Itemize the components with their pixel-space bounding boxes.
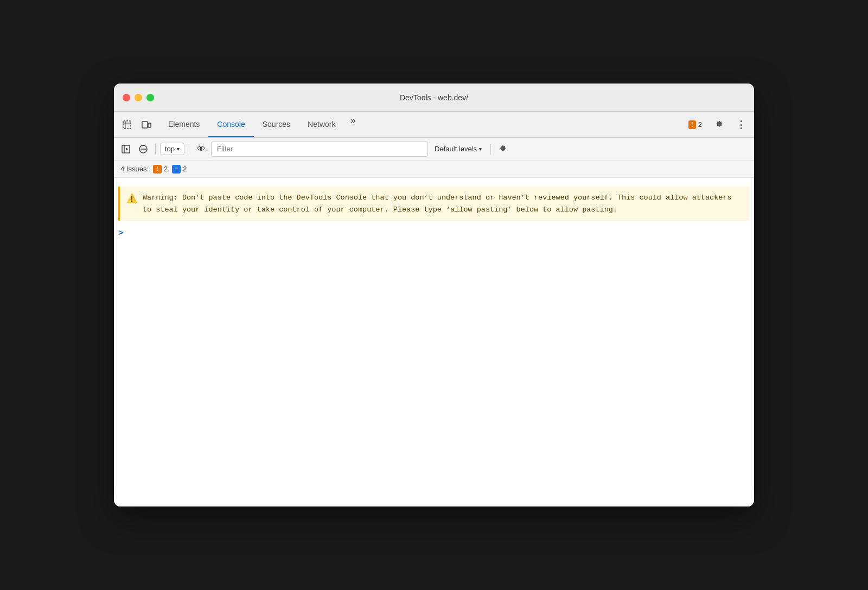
chevron-down-icon-2: ▾	[479, 146, 482, 152]
chevron-down-icon: ▾	[177, 146, 180, 152]
issues-badge-icon: !	[688, 120, 696, 129]
warning-message: ⚠️ Warning: Don’t paste code into the De…	[118, 187, 750, 221]
more-options-button[interactable]: ⋮	[732, 116, 750, 133]
default-levels-label: Default levels	[435, 145, 477, 153]
warn-icon: !	[153, 165, 162, 174]
default-levels-button[interactable]: Default levels ▾	[430, 143, 486, 155]
toolbar-divider-2	[189, 144, 189, 155]
warn-issue-count[interactable]: ! 2	[153, 165, 168, 174]
console-settings-button[interactable]	[495, 142, 510, 157]
close-button[interactable]	[123, 94, 130, 101]
console-toolbar: top ▾ 👁 Default levels ▾	[114, 138, 754, 161]
more-tabs-button[interactable]: »	[344, 112, 361, 129]
info-count: 2	[183, 165, 187, 173]
svg-rect-0	[123, 121, 131, 129]
eye-icon: 👁	[197, 144, 206, 154]
filter-input[interactable]	[211, 142, 428, 157]
tab-bar-right: ! 2 ⋮	[684, 112, 750, 137]
top-selector-label: top	[165, 145, 175, 153]
window-title: DevTools - web.dev/	[400, 93, 468, 102]
tab-bar-left-tools	[118, 112, 155, 137]
warning-triangle-icon: ⚠️	[126, 193, 137, 203]
expand-sidebar-icon	[121, 144, 131, 154]
tab-console[interactable]: Console	[208, 112, 253, 137]
tab-bar: Elements Console Sources Network » ! 2	[114, 112, 754, 138]
inspect-element-button[interactable]	[118, 116, 136, 133]
warn-count: 2	[164, 165, 168, 173]
live-expressions-button[interactable]: 👁	[194, 142, 209, 157]
svg-rect-2	[148, 123, 151, 127]
warning-text: Warning: Don’t paste code into the DevTo…	[143, 192, 743, 215]
devtools-window: DevTools - web.dev/ Elemen	[114, 84, 754, 506]
toolbar-divider-1	[155, 144, 156, 155]
maximize-button[interactable]	[146, 94, 154, 101]
toolbar-divider-3	[490, 144, 491, 155]
console-gear-icon	[498, 144, 508, 154]
issues-bar: 4 Issues: ! 2 ≡ 2	[114, 161, 754, 178]
tab-elements[interactable]: Elements	[159, 112, 208, 137]
traffic-lights	[123, 94, 154, 101]
console-input-row[interactable]: >	[114, 225, 754, 240]
issues-badge-count: 2	[698, 120, 702, 129]
device-toggle-button[interactable]	[138, 116, 155, 133]
clear-icon	[138, 144, 148, 154]
issues-label: 4 Issues:	[120, 165, 149, 173]
settings-button[interactable]	[711, 116, 728, 133]
expand-sidebar-button[interactable]	[118, 142, 133, 157]
console-content: ⚠️ Warning: Don’t paste code into the De…	[114, 178, 754, 506]
console-prompt: >	[118, 227, 124, 238]
svg-rect-1	[142, 121, 148, 128]
gear-icon	[714, 120, 724, 130]
info-icon: ≡	[172, 165, 181, 174]
tab-items: Elements Console Sources Network »	[159, 112, 684, 137]
title-bar: DevTools - web.dev/	[114, 84, 754, 112]
issues-badge[interactable]: ! 2	[684, 118, 706, 131]
tab-network[interactable]: Network	[299, 112, 344, 137]
info-issue-count[interactable]: ≡ 2	[172, 165, 187, 174]
clear-console-button[interactable]	[136, 142, 151, 157]
minimize-button[interactable]	[135, 94, 142, 101]
console-input[interactable]	[127, 228, 750, 236]
tab-sources[interactable]: Sources	[254, 112, 299, 137]
top-selector[interactable]: top ▾	[160, 143, 184, 155]
